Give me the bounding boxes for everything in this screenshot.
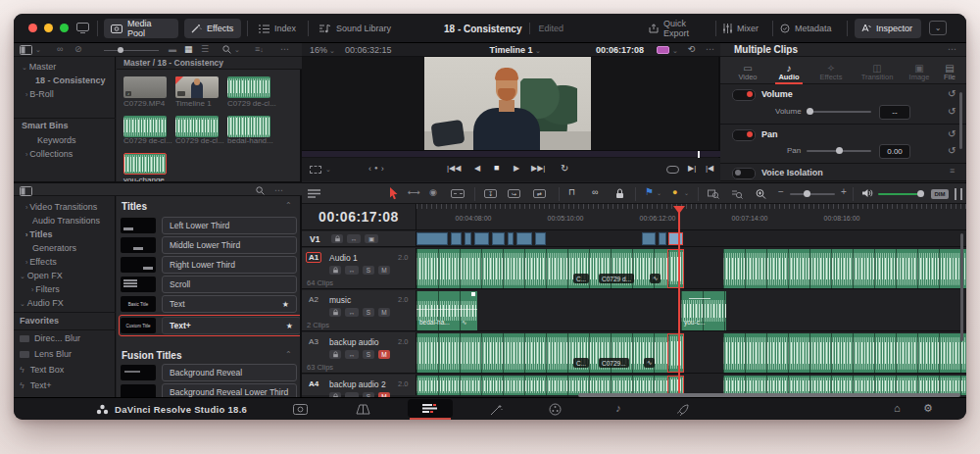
tree-video-transitions[interactable]: › Video Transitions (25, 203, 97, 212)
video-clip[interactable] (416, 232, 448, 245)
snapping-icon[interactable]: ⊔ (568, 187, 575, 196)
tree-titles[interactable]: › Titles (25, 230, 53, 239)
track-lane-a2[interactable]: bedal-ha... ∿ you-c... (416, 290, 966, 331)
track-header-a3[interactable]: A3 backup audio 2.0 ↔ S M 63 Clips (302, 332, 416, 374)
track-id-badge[interactable]: A2 (306, 294, 321, 305)
reset-icon[interactable]: ↺ (948, 88, 956, 99)
video-clip[interactable] (474, 232, 489, 245)
collapse-icon[interactable]: ⌃ (285, 202, 292, 210)
track-visibility-icon[interactable]: ▣ (365, 234, 378, 243)
reset-icon[interactable]: ↺ (948, 145, 956, 156)
sound-library-button[interactable]: Sound Library (316, 19, 400, 38)
chevron-down-icon[interactable]: ⌄ (35, 46, 41, 53)
audio-clip-selected[interactable] (667, 333, 684, 373)
razor-edit-icon[interactable] (451, 189, 465, 198)
track-name[interactable]: backup audio (329, 338, 379, 347)
clip-color-icon[interactable] (657, 46, 669, 54)
track-lock-icon[interactable] (329, 350, 341, 359)
tab-video[interactable]: ▭ Video (728, 59, 767, 84)
favorite-text-box[interactable]: ϟText Box (20, 366, 64, 375)
tree-audio-fx[interactable]: ⌄ Audio FX (20, 299, 64, 308)
page-fusion-icon[interactable] (486, 402, 506, 417)
track-name[interactable]: music (329, 296, 351, 305)
fade-handle[interactable] (471, 292, 475, 296)
dynamic-trim-icon[interactable]: ◉ (429, 188, 437, 197)
volume-knob[interactable] (807, 108, 813, 115)
page-deliver-icon[interactable] (672, 402, 692, 417)
chevron-down-icon[interactable]: ⌄ (325, 166, 331, 173)
replace-clip-icon[interactable]: ⇄ (533, 189, 546, 198)
position-lock-icon[interactable] (615, 188, 624, 199)
tab-image[interactable]: ▣ Image (903, 59, 936, 84)
collapse-icon[interactable]: ⌃ (285, 351, 292, 359)
favorite-star-icon[interactable]: ★ (286, 322, 293, 330)
media-clip-name[interactable]: C0729.MP4 (123, 100, 171, 108)
more-options-icon[interactable]: ⋯ (274, 186, 283, 195)
first-frame-button[interactable]: |◀◀ (447, 165, 461, 173)
thumbnail-view-icon[interactable]: ▦ (184, 45, 193, 54)
media-clip-name[interactable]: C0729 de-cl... (227, 100, 276, 108)
pan-toggle[interactable] (732, 129, 756, 141)
audio-clip-selected[interactable] (667, 376, 684, 395)
workspace-toggle-button[interactable]: ⌄ (929, 21, 947, 35)
video-clip[interactable] (642, 232, 656, 245)
reset-icon[interactable]: ↺ (948, 106, 956, 117)
chevron-down-icon[interactable]: ⌄ (657, 190, 662, 196)
bin-item-keywords[interactable]: Keywords (37, 136, 76, 145)
bin-item-collections[interactable]: › Collections (25, 150, 73, 159)
bin-item-broll[interactable]: › B-Roll (25, 90, 54, 99)
fusion-title-item[interactable]: Background Reveal Lower Third (121, 384, 297, 397)
video-clip[interactable] (516, 232, 532, 245)
title-item-selected[interactable]: Custom Title Text+★ (119, 315, 302, 336)
track-name[interactable]: backup audio 2 (329, 380, 386, 389)
flag-icon[interactable]: ⚑ (645, 187, 654, 197)
pan-value[interactable]: 0.00 (879, 144, 910, 159)
track-lane-a4[interactable] (416, 375, 966, 395)
volume-slider[interactable] (807, 111, 871, 113)
screen-share-icon[interactable] (74, 22, 90, 34)
search-icon[interactable] (222, 45, 231, 54)
tree-effects[interactable]: › Effects (25, 258, 57, 267)
tab-effects[interactable]: ✧ Effects (810, 59, 852, 84)
meters-toggle-icon[interactable] (955, 188, 962, 200)
media-clip-audio-selected[interactable] (123, 153, 167, 175)
audio-clip[interactable] (416, 376, 667, 395)
close-window-button[interactable] (28, 24, 37, 32)
title-item[interactable]: Scroll (121, 277, 297, 292)
smart-bins-header[interactable]: Smart Bins (22, 122, 69, 130)
overwrite-clip-icon[interactable]: ↪ (508, 189, 520, 198)
media-clip-name[interactable]: C0729 de-cl... (123, 137, 172, 145)
tree-audio-transitions[interactable]: Audio Transitions (32, 217, 100, 226)
zoom-custom-icon[interactable] (755, 188, 766, 199)
track-header-a1[interactable]: A1 Audio 1 2.0 ↔ S M 64 Clips (302, 248, 416, 289)
track-lock-icon[interactable] (331, 234, 343, 243)
voice-isolation-toggle[interactable] (732, 168, 756, 179)
title-item[interactable]: Basic Title Text★ (121, 296, 297, 312)
track-header-v1[interactable]: V1 ↔ ▣ (302, 231, 416, 247)
auto-select-icon[interactable]: ↔ (345, 308, 359, 317)
tree-filters[interactable]: › Filters (31, 285, 60, 294)
goto-in-icon[interactable]: ▶| (688, 165, 696, 173)
prev-frame-button[interactable]: ◀ (474, 165, 480, 173)
page-edit-active[interactable] (408, 399, 453, 418)
audio-clip[interactable] (416, 333, 667, 373)
media-clip-name[interactable]: C0729 de-cl... (175, 137, 224, 145)
media-clip-audio[interactable] (175, 116, 219, 137)
track-lock-icon[interactable] (329, 266, 341, 275)
bin-master[interactable]: ⌄ Master (22, 63, 56, 72)
track-lock-icon[interactable] (329, 308, 341, 317)
thumbnail-size-slider[interactable] (104, 50, 159, 51)
speaker-icon[interactable] (862, 188, 873, 198)
tree-open-fx[interactable]: ⌄ Open FX (20, 272, 63, 280)
effects-button[interactable]: Effects (184, 19, 241, 38)
last-frame-button[interactable]: ▶▶| (531, 165, 545, 173)
chevron-down-icon[interactable]: ⌄ (535, 47, 541, 54)
search-icon[interactable] (256, 186, 265, 195)
track-header-a4[interactable]: A4 backup audio 2 2.0 ↔ S M (302, 375, 416, 395)
trim-edit-mode-icon[interactable]: ⟷ (408, 188, 420, 197)
audio-level-slider[interactable] (878, 193, 923, 195)
marquee-select-icon[interactable] (310, 166, 321, 174)
chevron-down-icon[interactable]: ⌄ (684, 190, 689, 196)
reset-icon[interactable]: ↺ (948, 128, 956, 139)
chevron-down-icon[interactable]: ⌄ (234, 46, 240, 53)
